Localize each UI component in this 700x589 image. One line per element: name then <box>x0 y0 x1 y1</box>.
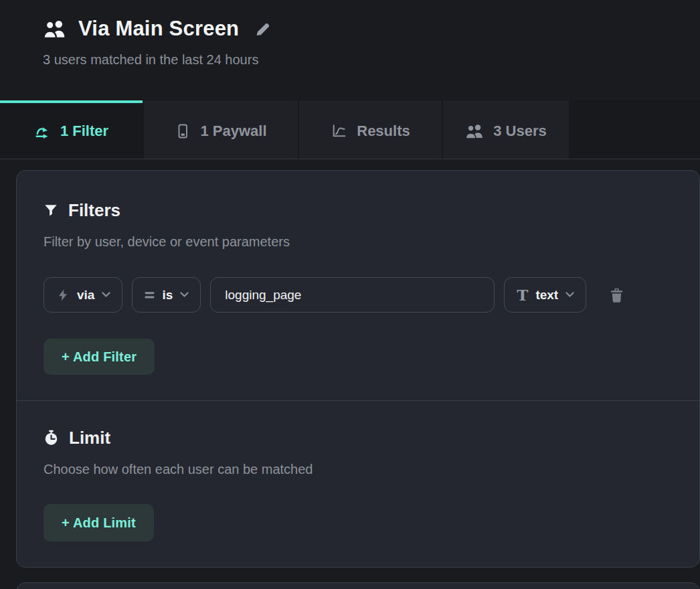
filter-type-select[interactable]: T text <box>504 277 586 313</box>
tab-users[interactable]: 3 Users <box>443 100 569 159</box>
tab-bar-filler <box>570 100 700 159</box>
tab-paywall-label: 1 Paywall <box>200 122 266 140</box>
add-limit-button[interactable]: + Add Limit <box>43 504 154 541</box>
title-row: Via Main Screen <box>43 17 700 41</box>
tab-results-label: Results <box>357 122 410 140</box>
equals-icon <box>145 291 155 299</box>
trash-icon <box>608 286 625 304</box>
tab-paywall[interactable]: 1 Paywall <box>144 100 298 159</box>
audience-screen: Via Main Screen 3 users matched in the l… <box>0 0 700 589</box>
header-subtitle: 3 users matched in the last 24 hours <box>43 52 700 68</box>
limit-section: Limit Choose how often each user can be … <box>43 426 673 541</box>
header: Via Main Screen 3 users matched in the l… <box>43 0 700 68</box>
pencil-icon <box>254 20 271 37</box>
chevron-down-icon <box>565 292 574 298</box>
tab-filter[interactable]: 1 Filter <box>0 100 143 159</box>
filters-title: Filters <box>68 199 120 222</box>
chevron-down-icon <box>102 292 110 298</box>
funnel-icon <box>43 203 58 218</box>
delete-filter-button[interactable] <box>608 286 625 304</box>
stopwatch-icon <box>43 430 59 446</box>
section-divider <box>17 400 699 401</box>
tab-users-label: 3 Users <box>493 122 547 140</box>
audience-settings-card: Filters Filter by user, device or event … <box>16 170 700 568</box>
add-filter-button[interactable]: + Add Filter <box>43 339 155 375</box>
filter-operator-select[interactable]: is <box>132 277 201 313</box>
text-type-icon: T <box>517 287 528 303</box>
limit-title: Limit <box>69 426 110 449</box>
filter-operator-label: is <box>162 288 173 303</box>
filter-type-label: text <box>535 288 558 303</box>
tab-bar: 1 Filter 1 Paywall Results <box>0 100 700 159</box>
lightning-icon <box>56 288 70 302</box>
next-section-card <box>16 582 700 589</box>
filters-section: Filters Filter by user, device or event … <box>43 199 673 375</box>
chevron-down-icon <box>180 292 189 298</box>
filter-arrow-icon <box>34 122 51 139</box>
chart-icon <box>331 122 347 139</box>
users-icon <box>465 123 484 139</box>
limit-heading: Limit <box>43 426 673 449</box>
filter-field-select[interactable]: via <box>43 277 122 313</box>
edit-title-button[interactable] <box>254 20 271 37</box>
tab-filter-label: 1 Filter <box>60 122 108 140</box>
limit-subtitle: Choose how often each user can be matche… <box>43 461 673 477</box>
filters-subtitle: Filter by user, device or event paramete… <box>43 234 673 250</box>
audience-users-icon <box>43 19 66 39</box>
filter-field-label: via <box>77 288 94 303</box>
filter-value-input[interactable] <box>210 277 495 313</box>
phone-icon <box>175 123 191 139</box>
tab-results[interactable]: Results <box>299 100 442 159</box>
page-title: Via Main Screen <box>78 17 239 41</box>
filter-row: via is <box>43 277 673 313</box>
filters-heading: Filters <box>43 199 673 222</box>
